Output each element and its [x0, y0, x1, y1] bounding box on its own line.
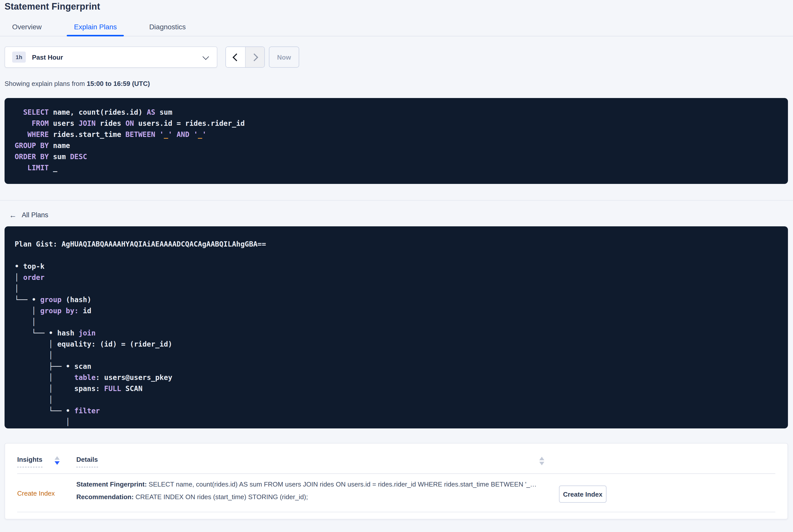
chevron-right-icon — [250, 53, 258, 61]
section-divider — [0, 200, 793, 201]
next-range-button[interactable] — [245, 47, 264, 67]
tab-explain-plans[interactable]: Explain Plans — [67, 23, 124, 36]
plan-gist-box: Plan Gist: AgHUAQIABQAAAAHYAQIAiAEAAAADC… — [4, 226, 788, 429]
time-range-dropdown[interactable]: 1h Past Hour — [4, 46, 217, 68]
sort-up-triangle — [55, 456, 60, 460]
back-arrow-icon: ← — [9, 211, 17, 219]
time-controls: 1h Past Hour Now — [4, 46, 789, 68]
all-plans-back-link[interactable]: ← All Plans — [9, 211, 48, 219]
previous-range-button[interactable] — [226, 47, 245, 67]
sort-up-triangle — [539, 457, 544, 460]
insights-card: Insights Details Create Index Statement … — [4, 443, 788, 519]
tab-diagnostics[interactable]: Diagnostics — [142, 23, 193, 36]
tab-bar: Overview Explain Plans Diagnostics — [0, 21, 793, 36]
sort-down-triangle — [539, 462, 544, 465]
plan-tree-code: Plan Gist: AgHUAQIABQAAAAHYAQIAiAEAAAADC… — [15, 239, 780, 428]
time-range-label: Past Hour — [32, 53, 204, 61]
showing-plans-status: Showing explain plans from 15:00 to 16:5… — [4, 80, 793, 88]
create-index-button[interactable]: Create Index — [559, 486, 606, 503]
column-header-insights[interactable]: Insights — [17, 456, 60, 467]
page-title: Statement Fingerprint — [4, 1, 793, 12]
all-plans-label: All Plans — [22, 211, 48, 219]
interval-badge: 1h — [12, 52, 26, 63]
column-header-details[interactable]: Details — [76, 456, 98, 467]
insight-type-link[interactable]: Create Index — [17, 490, 55, 497]
tab-overview[interactable]: Overview — [5, 23, 49, 36]
sort-icon-insights[interactable] — [55, 456, 60, 465]
sql-statement-box: SELECT name, count(rides.id) AS sum FROM… — [4, 98, 788, 184]
status-prefix: Showing explain plans from — [4, 80, 87, 88]
table-row: Create Index Statement Fingerprint: SELE… — [17, 474, 775, 512]
sql-statement-code: SELECT name, count(rides.id) AS sum FROM… — [15, 107, 780, 173]
chevron-left-icon — [232, 53, 240, 61]
status-time-range: 15:00 to 16:59 (UTC) — [87, 80, 150, 88]
time-pager — [225, 46, 265, 68]
statement-fingerprint-detail: Statement Fingerprint: SELECT name, coun… — [76, 480, 555, 488]
now-button[interactable]: Now — [269, 46, 299, 68]
sort-down-triangle — [55, 461, 60, 465]
sort-icon-details[interactable] — [539, 457, 544, 465]
insights-table-header: Insights Details — [17, 443, 775, 474]
statement-fingerprint-page: Statement Fingerprint Overview Explain P… — [0, 0, 793, 532]
recommendation-detail: Recommendation: CREATE INDEX ON rides (s… — [76, 493, 555, 501]
